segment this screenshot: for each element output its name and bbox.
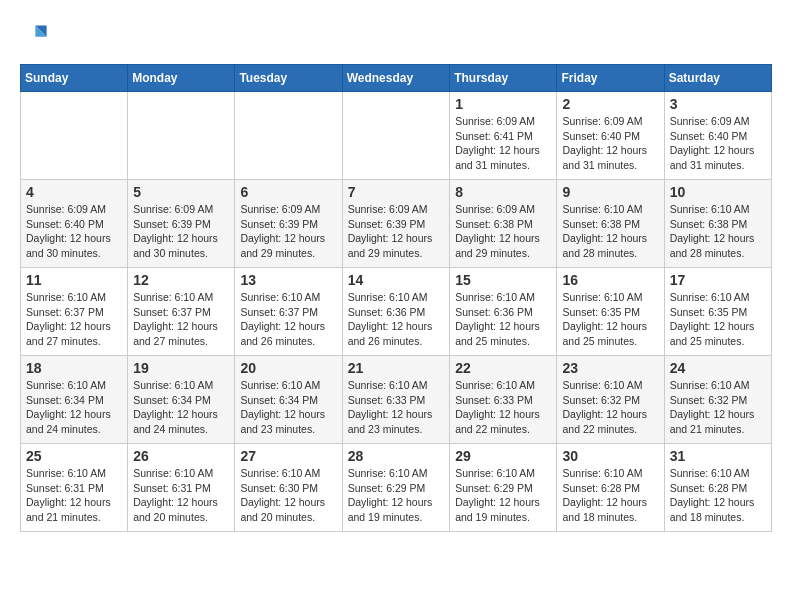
- day-info: Sunrise: 6:10 AM Sunset: 6:32 PM Dayligh…: [670, 378, 766, 437]
- calendar-cell: 16Sunrise: 6:10 AM Sunset: 6:35 PM Dayli…: [557, 268, 664, 356]
- calendar-cell: [128, 92, 235, 180]
- calendar-cell: 1Sunrise: 6:09 AM Sunset: 6:41 PM Daylig…: [450, 92, 557, 180]
- day-number: 23: [562, 360, 658, 376]
- calendar-cell: 17Sunrise: 6:10 AM Sunset: 6:35 PM Dayli…: [664, 268, 771, 356]
- calendar-cell: 30Sunrise: 6:10 AM Sunset: 6:28 PM Dayli…: [557, 444, 664, 532]
- day-of-week-header: Monday: [128, 65, 235, 92]
- day-number: 7: [348, 184, 445, 200]
- day-info: Sunrise: 6:10 AM Sunset: 6:36 PM Dayligh…: [348, 290, 445, 349]
- day-number: 13: [240, 272, 336, 288]
- day-info: Sunrise: 6:10 AM Sunset: 6:28 PM Dayligh…: [670, 466, 766, 525]
- day-info: Sunrise: 6:09 AM Sunset: 6:38 PM Dayligh…: [455, 202, 551, 261]
- calendar-cell: 10Sunrise: 6:10 AM Sunset: 6:38 PM Dayli…: [664, 180, 771, 268]
- day-info: Sunrise: 6:09 AM Sunset: 6:39 PM Dayligh…: [240, 202, 336, 261]
- calendar-cell: 8Sunrise: 6:09 AM Sunset: 6:38 PM Daylig…: [450, 180, 557, 268]
- day-info: Sunrise: 6:10 AM Sunset: 6:28 PM Dayligh…: [562, 466, 658, 525]
- calendar-cell: [342, 92, 450, 180]
- day-number: 20: [240, 360, 336, 376]
- day-info: Sunrise: 6:10 AM Sunset: 6:31 PM Dayligh…: [133, 466, 229, 525]
- day-number: 10: [670, 184, 766, 200]
- calendar-cell: 14Sunrise: 6:10 AM Sunset: 6:36 PM Dayli…: [342, 268, 450, 356]
- day-info: Sunrise: 6:10 AM Sunset: 6:31 PM Dayligh…: [26, 466, 122, 525]
- calendar-cell: 18Sunrise: 6:10 AM Sunset: 6:34 PM Dayli…: [21, 356, 128, 444]
- day-info: Sunrise: 6:10 AM Sunset: 6:35 PM Dayligh…: [670, 290, 766, 349]
- day-number: 24: [670, 360, 766, 376]
- day-info: Sunrise: 6:09 AM Sunset: 6:40 PM Dayligh…: [562, 114, 658, 173]
- day-info: Sunrise: 6:10 AM Sunset: 6:37 PM Dayligh…: [133, 290, 229, 349]
- day-number: 21: [348, 360, 445, 376]
- day-number: 30: [562, 448, 658, 464]
- day-of-week-header: Wednesday: [342, 65, 450, 92]
- day-number: 15: [455, 272, 551, 288]
- calendar-cell: 5Sunrise: 6:09 AM Sunset: 6:39 PM Daylig…: [128, 180, 235, 268]
- day-number: 14: [348, 272, 445, 288]
- calendar-cell: 2Sunrise: 6:09 AM Sunset: 6:40 PM Daylig…: [557, 92, 664, 180]
- day-info: Sunrise: 6:10 AM Sunset: 6:37 PM Dayligh…: [26, 290, 122, 349]
- calendar-cell: 13Sunrise: 6:10 AM Sunset: 6:37 PM Dayli…: [235, 268, 342, 356]
- calendar-cell: 11Sunrise: 6:10 AM Sunset: 6:37 PM Dayli…: [21, 268, 128, 356]
- day-info: Sunrise: 6:10 AM Sunset: 6:33 PM Dayligh…: [455, 378, 551, 437]
- logo-icon: [20, 20, 48, 48]
- day-of-week-header: Thursday: [450, 65, 557, 92]
- day-info: Sunrise: 6:10 AM Sunset: 6:34 PM Dayligh…: [240, 378, 336, 437]
- calendar-cell: 21Sunrise: 6:10 AM Sunset: 6:33 PM Dayli…: [342, 356, 450, 444]
- day-number: 9: [562, 184, 658, 200]
- day-info: Sunrise: 6:10 AM Sunset: 6:34 PM Dayligh…: [133, 378, 229, 437]
- day-info: Sunrise: 6:09 AM Sunset: 6:40 PM Dayligh…: [26, 202, 122, 261]
- day-number: 28: [348, 448, 445, 464]
- calendar-cell: 26Sunrise: 6:10 AM Sunset: 6:31 PM Dayli…: [128, 444, 235, 532]
- day-number: 17: [670, 272, 766, 288]
- day-number: 25: [26, 448, 122, 464]
- logo: [20, 20, 52, 48]
- day-number: 4: [26, 184, 122, 200]
- day-number: 3: [670, 96, 766, 112]
- calendar-cell: 3Sunrise: 6:09 AM Sunset: 6:40 PM Daylig…: [664, 92, 771, 180]
- calendar-cell: 9Sunrise: 6:10 AM Sunset: 6:38 PM Daylig…: [557, 180, 664, 268]
- day-number: 5: [133, 184, 229, 200]
- calendar-cell: 22Sunrise: 6:10 AM Sunset: 6:33 PM Dayli…: [450, 356, 557, 444]
- calendar-cell: 31Sunrise: 6:10 AM Sunset: 6:28 PM Dayli…: [664, 444, 771, 532]
- day-number: 1: [455, 96, 551, 112]
- calendar-cell: 15Sunrise: 6:10 AM Sunset: 6:36 PM Dayli…: [450, 268, 557, 356]
- day-info: Sunrise: 6:10 AM Sunset: 6:30 PM Dayligh…: [240, 466, 336, 525]
- day-info: Sunrise: 6:10 AM Sunset: 6:32 PM Dayligh…: [562, 378, 658, 437]
- day-info: Sunrise: 6:10 AM Sunset: 6:29 PM Dayligh…: [348, 466, 445, 525]
- day-of-week-header: Tuesday: [235, 65, 342, 92]
- day-info: Sunrise: 6:10 AM Sunset: 6:29 PM Dayligh…: [455, 466, 551, 525]
- day-number: 8: [455, 184, 551, 200]
- day-number: 18: [26, 360, 122, 376]
- day-number: 11: [26, 272, 122, 288]
- calendar-table: SundayMondayTuesdayWednesdayThursdayFrid…: [20, 64, 772, 532]
- day-of-week-header: Sunday: [21, 65, 128, 92]
- calendar-cell: 6Sunrise: 6:09 AM Sunset: 6:39 PM Daylig…: [235, 180, 342, 268]
- page-header: [20, 20, 772, 48]
- calendar-cell: 20Sunrise: 6:10 AM Sunset: 6:34 PM Dayli…: [235, 356, 342, 444]
- day-info: Sunrise: 6:10 AM Sunset: 6:35 PM Dayligh…: [562, 290, 658, 349]
- day-number: 26: [133, 448, 229, 464]
- day-of-week-header: Friday: [557, 65, 664, 92]
- day-number: 6: [240, 184, 336, 200]
- day-info: Sunrise: 6:09 AM Sunset: 6:40 PM Dayligh…: [670, 114, 766, 173]
- day-info: Sunrise: 6:10 AM Sunset: 6:37 PM Dayligh…: [240, 290, 336, 349]
- day-number: 31: [670, 448, 766, 464]
- day-info: Sunrise: 6:10 AM Sunset: 6:38 PM Dayligh…: [562, 202, 658, 261]
- calendar-cell: 19Sunrise: 6:10 AM Sunset: 6:34 PM Dayli…: [128, 356, 235, 444]
- day-info: Sunrise: 6:09 AM Sunset: 6:41 PM Dayligh…: [455, 114, 551, 173]
- calendar-cell: 4Sunrise: 6:09 AM Sunset: 6:40 PM Daylig…: [21, 180, 128, 268]
- calendar-cell: 12Sunrise: 6:10 AM Sunset: 6:37 PM Dayli…: [128, 268, 235, 356]
- day-info: Sunrise: 6:10 AM Sunset: 6:33 PM Dayligh…: [348, 378, 445, 437]
- calendar-cell: 28Sunrise: 6:10 AM Sunset: 6:29 PM Dayli…: [342, 444, 450, 532]
- day-number: 12: [133, 272, 229, 288]
- day-info: Sunrise: 6:10 AM Sunset: 6:36 PM Dayligh…: [455, 290, 551, 349]
- day-info: Sunrise: 6:09 AM Sunset: 6:39 PM Dayligh…: [348, 202, 445, 261]
- day-of-week-header: Saturday: [664, 65, 771, 92]
- calendar-cell: 23Sunrise: 6:10 AM Sunset: 6:32 PM Dayli…: [557, 356, 664, 444]
- day-info: Sunrise: 6:10 AM Sunset: 6:34 PM Dayligh…: [26, 378, 122, 437]
- day-number: 22: [455, 360, 551, 376]
- day-number: 27: [240, 448, 336, 464]
- day-number: 29: [455, 448, 551, 464]
- day-info: Sunrise: 6:10 AM Sunset: 6:38 PM Dayligh…: [670, 202, 766, 261]
- calendar-cell: 27Sunrise: 6:10 AM Sunset: 6:30 PM Dayli…: [235, 444, 342, 532]
- calendar-cell: 24Sunrise: 6:10 AM Sunset: 6:32 PM Dayli…: [664, 356, 771, 444]
- calendar-cell: [21, 92, 128, 180]
